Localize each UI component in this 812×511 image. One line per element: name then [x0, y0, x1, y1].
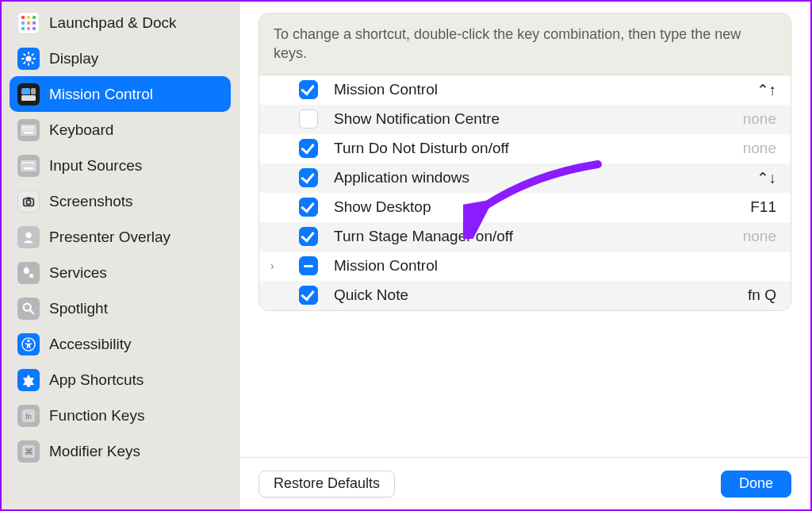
sidebar-item-label: Spotlight	[49, 300, 108, 317]
sidebar-item-label: Launchpad & Dock	[49, 14, 177, 32]
done-button[interactable]: Done	[721, 471, 791, 498]
svg-rect-20	[21, 95, 36, 101]
sidebar-item-label: Display	[49, 50, 98, 67]
shortcut-row[interactable]: Show Notification Centre none	[259, 105, 791, 134]
svg-rect-18	[21, 88, 30, 94]
shortcut-label: Application windows	[334, 169, 756, 186]
shortcut-key[interactable]: F11	[750, 198, 776, 216]
svg-point-43	[25, 232, 31, 237]
display-icon	[17, 48, 40, 70]
sidebar-item-presenter-overlay[interactable]: Presenter Overlay	[10, 219, 231, 255]
sidebar-item-label: Modifier Keys	[49, 443, 140, 460]
svg-line-15	[33, 62, 33, 63]
sidebar-item-label: Keyboard	[49, 121, 113, 139]
shortcut-row[interactable]: Show Desktop F11	[259, 193, 791, 222]
sidebar-item-input-sources[interactable]: Input Sources	[10, 148, 231, 183]
shortcut-row[interactable]: Application windows ⌃↓	[259, 163, 791, 193]
sidebar-item-label: Services	[49, 264, 107, 282]
svg-line-47	[30, 309, 34, 313]
keyboard-icon	[17, 119, 40, 141]
sidebar-item-spotlight[interactable]: Spotlight	[10, 290, 231, 326]
shortcut-key[interactable]: none	[743, 110, 776, 128]
svg-point-9	[25, 56, 31, 61]
shortcut-row[interactable]: › Mission Control	[259, 252, 791, 281]
accessibility-icon	[17, 333, 40, 355]
svg-point-45	[29, 273, 33, 277]
shortcut-key[interactable]: none	[743, 140, 776, 157]
function-keys-icon: fn	[17, 405, 40, 427]
svg-rect-35	[25, 162, 26, 163]
sidebar-item-screenshots[interactable]: Screenshots	[10, 183, 231, 219]
svg-point-41	[26, 200, 30, 204]
shortcut-label: Turn Do Not Disturb on/off	[334, 140, 743, 157]
input-sources-icon	[17, 155, 40, 177]
shortcut-row[interactable]: Turn Do Not Disturb on/off none	[259, 134, 791, 163]
svg-rect-31	[32, 129, 33, 130]
shortcut-label: Show Desktop	[334, 198, 750, 216]
sidebar-item-function-keys[interactable]: fn Function Keys	[10, 398, 231, 433]
restore-defaults-button[interactable]: Restore Defaults	[259, 471, 395, 498]
presenter-overlay-icon	[17, 226, 40, 248]
sidebar-item-label: Function Keys	[49, 407, 144, 425]
svg-rect-22	[22, 126, 24, 128]
checkbox[interactable]	[299, 227, 318, 246]
sidebar-item-launchpad[interactable]: Launchpad & Dock	[10, 5, 231, 40]
svg-rect-32	[24, 132, 33, 134]
sidebar-item-display[interactable]: Display	[10, 40, 231, 76]
checkbox[interactable]	[299, 256, 318, 275]
sidebar-item-app-shortcuts[interactable]: App Shortcuts	[10, 362, 231, 398]
shortcut-row[interactable]: Turn Stage Manager on/off none	[259, 222, 791, 252]
modifier-keys-icon: ⌘	[17, 440, 40, 463]
svg-rect-27	[22, 129, 24, 130]
shortcut-rows: Mission Control ⌃↑ Show Notification Cen…	[259, 75, 791, 310]
svg-rect-0	[21, 16, 25, 19]
checkbox[interactable]	[299, 286, 318, 305]
svg-rect-24	[27, 126, 29, 128]
mission-control-icon	[17, 83, 40, 106]
svg-text:⌘: ⌘	[25, 447, 33, 456]
shortcut-key[interactable]: none	[743, 228, 776, 245]
footer: Restore Defaults Done	[239, 457, 810, 509]
checkbox[interactable]	[299, 110, 318, 129]
svg-line-17	[24, 62, 25, 63]
content: To change a shortcut, double-click the k…	[239, 2, 810, 457]
shortcut-key[interactable]: ⌃↑	[756, 81, 777, 99]
svg-rect-23	[25, 126, 26, 128]
shortcut-key[interactable]: fn Q	[748, 286, 776, 304]
shortcut-row[interactable]: Quick Note fn Q	[259, 281, 791, 310]
svg-rect-25	[29, 126, 31, 128]
svg-rect-42	[26, 197, 30, 199]
sidebar-item-mission-control[interactable]: Mission Control	[10, 76, 231, 112]
svg-rect-37	[29, 162, 31, 163]
svg-rect-1	[27, 16, 30, 19]
svg-line-14	[24, 54, 25, 55]
sidebar-item-label: Input Sources	[49, 157, 142, 175]
svg-rect-7	[27, 27, 30, 30]
svg-rect-3	[21, 21, 25, 25]
checkbox[interactable]	[299, 198, 318, 217]
launchpad-icon	[17, 12, 40, 34]
svg-rect-6	[21, 27, 25, 30]
checkbox[interactable]	[299, 139, 318, 158]
svg-rect-4	[27, 21, 30, 25]
sidebar-item-modifier-keys[interactable]: ⌘ Modifier Keys	[10, 433, 231, 469]
svg-rect-5	[33, 21, 36, 25]
svg-rect-29	[27, 129, 29, 130]
svg-rect-28	[25, 129, 26, 130]
shortcut-label: Mission Control	[334, 81, 756, 98]
svg-rect-39	[24, 167, 33, 170]
spotlight-icon	[17, 298, 40, 320]
checkbox[interactable]	[299, 168, 318, 187]
disclosure-icon[interactable]: ›	[270, 259, 282, 272]
shortcuts-panel: To change a shortcut, double-click the k…	[259, 13, 791, 311]
sidebar-item-accessibility[interactable]: Accessibility	[10, 326, 231, 362]
sidebar-item-services[interactable]: Services	[10, 255, 231, 290]
sidebar-item-keyboard[interactable]: Keyboard	[10, 112, 231, 148]
svg-rect-8	[33, 27, 36, 30]
screenshots-icon	[17, 190, 40, 213]
shortcut-key[interactable]: ⌃↓	[756, 169, 777, 187]
shortcut-row[interactable]: Mission Control ⌃↑	[259, 75, 791, 105]
checkbox[interactable]	[299, 80, 318, 99]
main-pane: To change a shortcut, double-click the k…	[239, 2, 810, 509]
svg-rect-38	[32, 162, 33, 163]
